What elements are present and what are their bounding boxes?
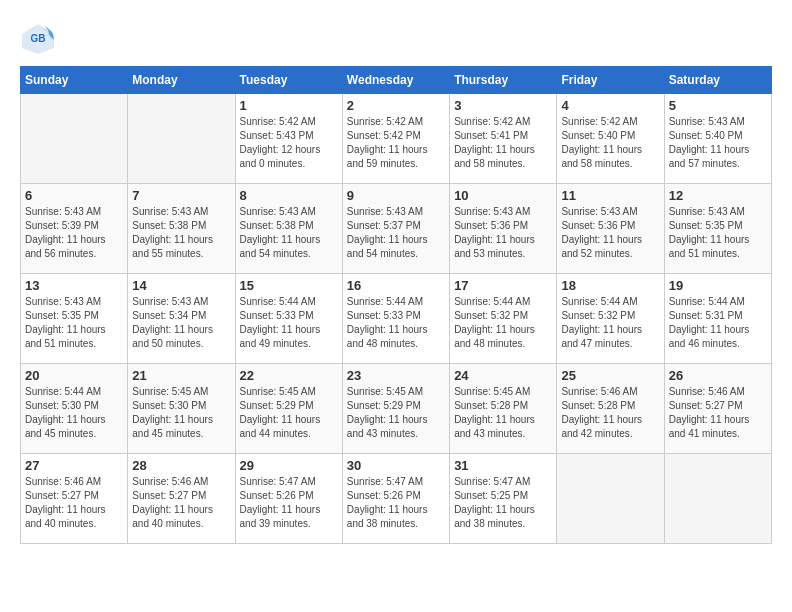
day-info: Sunrise: 5:42 AM Sunset: 5:40 PM Dayligh…: [561, 115, 659, 171]
header-row: SundayMondayTuesdayWednesdayThursdayFrid…: [21, 67, 772, 94]
calendar-cell: 19Sunrise: 5:44 AM Sunset: 5:31 PM Dayli…: [664, 274, 771, 364]
day-info: Sunrise: 5:47 AM Sunset: 5:26 PM Dayligh…: [347, 475, 445, 531]
calendar-cell: 30Sunrise: 5:47 AM Sunset: 5:26 PM Dayli…: [342, 454, 449, 544]
calendar-cell: 12Sunrise: 5:43 AM Sunset: 5:35 PM Dayli…: [664, 184, 771, 274]
calendar-cell: 27Sunrise: 5:46 AM Sunset: 5:27 PM Dayli…: [21, 454, 128, 544]
day-info: Sunrise: 5:44 AM Sunset: 5:30 PM Dayligh…: [25, 385, 123, 441]
svg-text:GB: GB: [31, 33, 46, 44]
day-info: Sunrise: 5:44 AM Sunset: 5:33 PM Dayligh…: [240, 295, 338, 351]
day-info: Sunrise: 5:43 AM Sunset: 5:38 PM Dayligh…: [240, 205, 338, 261]
week-row-3: 20Sunrise: 5:44 AM Sunset: 5:30 PM Dayli…: [21, 364, 772, 454]
calendar-table: SundayMondayTuesdayWednesdayThursdayFrid…: [20, 66, 772, 544]
day-info: Sunrise: 5:46 AM Sunset: 5:27 PM Dayligh…: [669, 385, 767, 441]
day-number: 2: [347, 98, 445, 113]
day-info: Sunrise: 5:46 AM Sunset: 5:28 PM Dayligh…: [561, 385, 659, 441]
header-saturday: Saturday: [664, 67, 771, 94]
week-row-4: 27Sunrise: 5:46 AM Sunset: 5:27 PM Dayli…: [21, 454, 772, 544]
day-number: 12: [669, 188, 767, 203]
calendar-cell: 23Sunrise: 5:45 AM Sunset: 5:29 PM Dayli…: [342, 364, 449, 454]
day-number: 8: [240, 188, 338, 203]
day-number: 5: [669, 98, 767, 113]
day-number: 22: [240, 368, 338, 383]
calendar-cell: 14Sunrise: 5:43 AM Sunset: 5:34 PM Dayli…: [128, 274, 235, 364]
header-monday: Monday: [128, 67, 235, 94]
day-number: 3: [454, 98, 552, 113]
day-info: Sunrise: 5:43 AM Sunset: 5:35 PM Dayligh…: [25, 295, 123, 351]
header-tuesday: Tuesday: [235, 67, 342, 94]
page-header: GB: [20, 20, 772, 56]
calendar-cell: 16Sunrise: 5:44 AM Sunset: 5:33 PM Dayli…: [342, 274, 449, 364]
day-number: 17: [454, 278, 552, 293]
calendar-cell: 31Sunrise: 5:47 AM Sunset: 5:25 PM Dayli…: [450, 454, 557, 544]
day-number: 19: [669, 278, 767, 293]
week-row-0: 1Sunrise: 5:42 AM Sunset: 5:43 PM Daylig…: [21, 94, 772, 184]
calendar-cell: 10Sunrise: 5:43 AM Sunset: 5:36 PM Dayli…: [450, 184, 557, 274]
week-row-1: 6Sunrise: 5:43 AM Sunset: 5:39 PM Daylig…: [21, 184, 772, 274]
calendar-cell: [21, 94, 128, 184]
day-number: 7: [132, 188, 230, 203]
calendar-cell: [664, 454, 771, 544]
calendar-cell: 7Sunrise: 5:43 AM Sunset: 5:38 PM Daylig…: [128, 184, 235, 274]
header-thursday: Thursday: [450, 67, 557, 94]
day-number: 11: [561, 188, 659, 203]
day-number: 23: [347, 368, 445, 383]
day-number: 4: [561, 98, 659, 113]
calendar-cell: 1Sunrise: 5:42 AM Sunset: 5:43 PM Daylig…: [235, 94, 342, 184]
day-info: Sunrise: 5:45 AM Sunset: 5:28 PM Dayligh…: [454, 385, 552, 441]
day-info: Sunrise: 5:45 AM Sunset: 5:30 PM Dayligh…: [132, 385, 230, 441]
day-info: Sunrise: 5:43 AM Sunset: 5:38 PM Dayligh…: [132, 205, 230, 261]
day-info: Sunrise: 5:46 AM Sunset: 5:27 PM Dayligh…: [132, 475, 230, 531]
calendar-cell: 4Sunrise: 5:42 AM Sunset: 5:40 PM Daylig…: [557, 94, 664, 184]
day-info: Sunrise: 5:42 AM Sunset: 5:42 PM Dayligh…: [347, 115, 445, 171]
calendar-cell: 20Sunrise: 5:44 AM Sunset: 5:30 PM Dayli…: [21, 364, 128, 454]
calendar-cell: 25Sunrise: 5:46 AM Sunset: 5:28 PM Dayli…: [557, 364, 664, 454]
day-info: Sunrise: 5:43 AM Sunset: 5:39 PM Dayligh…: [25, 205, 123, 261]
day-info: Sunrise: 5:43 AM Sunset: 5:36 PM Dayligh…: [454, 205, 552, 261]
calendar-cell: 3Sunrise: 5:42 AM Sunset: 5:41 PM Daylig…: [450, 94, 557, 184]
day-number: 26: [669, 368, 767, 383]
day-number: 30: [347, 458, 445, 473]
day-info: Sunrise: 5:43 AM Sunset: 5:35 PM Dayligh…: [669, 205, 767, 261]
day-number: 13: [25, 278, 123, 293]
calendar-cell: 9Sunrise: 5:43 AM Sunset: 5:37 PM Daylig…: [342, 184, 449, 274]
day-number: 25: [561, 368, 659, 383]
calendar-cell: 11Sunrise: 5:43 AM Sunset: 5:36 PM Dayli…: [557, 184, 664, 274]
calendar-cell: 22Sunrise: 5:45 AM Sunset: 5:29 PM Dayli…: [235, 364, 342, 454]
day-info: Sunrise: 5:44 AM Sunset: 5:32 PM Dayligh…: [454, 295, 552, 351]
day-number: 20: [25, 368, 123, 383]
day-number: 14: [132, 278, 230, 293]
day-info: Sunrise: 5:44 AM Sunset: 5:32 PM Dayligh…: [561, 295, 659, 351]
day-number: 21: [132, 368, 230, 383]
day-info: Sunrise: 5:43 AM Sunset: 5:40 PM Dayligh…: [669, 115, 767, 171]
day-info: Sunrise: 5:43 AM Sunset: 5:34 PM Dayligh…: [132, 295, 230, 351]
day-info: Sunrise: 5:43 AM Sunset: 5:36 PM Dayligh…: [561, 205, 659, 261]
calendar-cell: [128, 94, 235, 184]
header-friday: Friday: [557, 67, 664, 94]
week-row-2: 13Sunrise: 5:43 AM Sunset: 5:35 PM Dayli…: [21, 274, 772, 364]
calendar-cell: 13Sunrise: 5:43 AM Sunset: 5:35 PM Dayli…: [21, 274, 128, 364]
day-number: 16: [347, 278, 445, 293]
day-info: Sunrise: 5:42 AM Sunset: 5:41 PM Dayligh…: [454, 115, 552, 171]
logo-icon: GB: [20, 20, 56, 56]
day-info: Sunrise: 5:42 AM Sunset: 5:43 PM Dayligh…: [240, 115, 338, 171]
calendar-cell: 26Sunrise: 5:46 AM Sunset: 5:27 PM Dayli…: [664, 364, 771, 454]
day-info: Sunrise: 5:47 AM Sunset: 5:25 PM Dayligh…: [454, 475, 552, 531]
day-number: 9: [347, 188, 445, 203]
calendar-cell: 5Sunrise: 5:43 AM Sunset: 5:40 PM Daylig…: [664, 94, 771, 184]
calendar-cell: 8Sunrise: 5:43 AM Sunset: 5:38 PM Daylig…: [235, 184, 342, 274]
calendar-cell: 28Sunrise: 5:46 AM Sunset: 5:27 PM Dayli…: [128, 454, 235, 544]
day-info: Sunrise: 5:43 AM Sunset: 5:37 PM Dayligh…: [347, 205, 445, 261]
day-number: 10: [454, 188, 552, 203]
day-info: Sunrise: 5:45 AM Sunset: 5:29 PM Dayligh…: [240, 385, 338, 441]
calendar-cell: 6Sunrise: 5:43 AM Sunset: 5:39 PM Daylig…: [21, 184, 128, 274]
day-number: 1: [240, 98, 338, 113]
day-number: 24: [454, 368, 552, 383]
day-info: Sunrise: 5:44 AM Sunset: 5:33 PM Dayligh…: [347, 295, 445, 351]
calendar-cell: 24Sunrise: 5:45 AM Sunset: 5:28 PM Dayli…: [450, 364, 557, 454]
day-number: 27: [25, 458, 123, 473]
header-sunday: Sunday: [21, 67, 128, 94]
day-info: Sunrise: 5:46 AM Sunset: 5:27 PM Dayligh…: [25, 475, 123, 531]
day-number: 29: [240, 458, 338, 473]
day-number: 6: [25, 188, 123, 203]
calendar-cell: [557, 454, 664, 544]
